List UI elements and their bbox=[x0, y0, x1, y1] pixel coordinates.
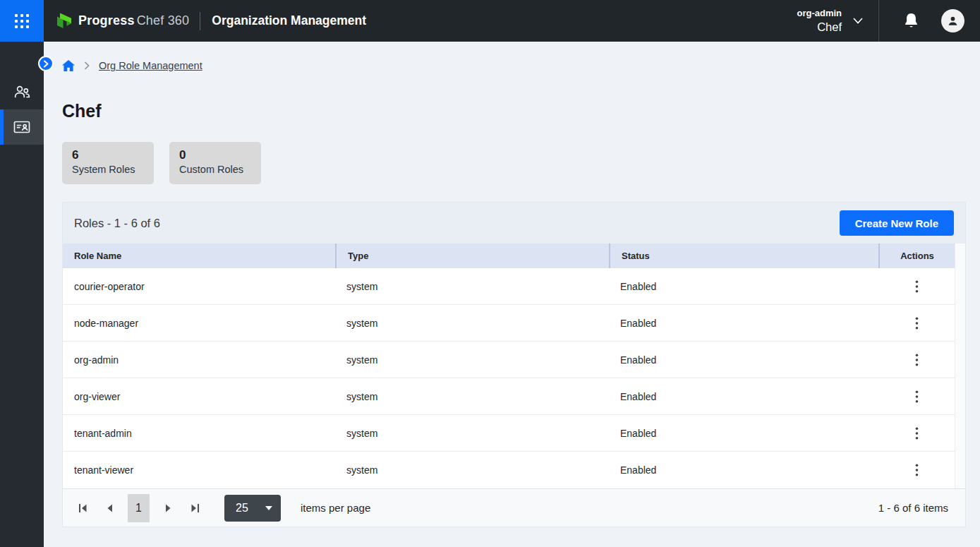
stat-label: System Roles bbox=[72, 164, 144, 175]
app-launcher-button[interactable] bbox=[0, 0, 44, 42]
sidebar-item-roles[interactable] bbox=[0, 109, 44, 145]
cell-status: Enabled bbox=[609, 281, 878, 292]
active-indicator bbox=[0, 109, 4, 145]
brand-progress-text: Progress bbox=[78, 13, 135, 28]
last-page-button[interactable] bbox=[186, 500, 203, 517]
current-page-button[interactable]: 1 bbox=[128, 494, 150, 522]
last-page-icon bbox=[190, 503, 200, 513]
org-switcher[interactable]: org-admin Chef bbox=[797, 8, 863, 35]
org-name: Chef bbox=[797, 20, 842, 35]
breadcrumb-separator-icon bbox=[84, 61, 90, 70]
stat-card-custom-roles: 0 Custom Roles bbox=[169, 142, 261, 184]
column-header-actions: Actions bbox=[878, 244, 955, 268]
kebab-menu-icon bbox=[915, 280, 919, 293]
pagination-summary: 1 - 6 of 6 items bbox=[878, 502, 948, 514]
cell-status: Enabled bbox=[609, 318, 878, 329]
kebab-menu-icon bbox=[915, 464, 919, 476]
cell-status: Enabled bbox=[609, 464, 878, 476]
dropdown-caret-icon bbox=[265, 506, 272, 510]
main-content: Org Role Management Chef 6 System Roles … bbox=[44, 42, 980, 527]
cell-type: system bbox=[335, 464, 609, 476]
cell-role-name: org-admin bbox=[63, 354, 335, 366]
row-actions-menu-button[interactable] bbox=[908, 387, 926, 406]
first-page-button[interactable] bbox=[74, 500, 91, 517]
table-row: org-viewer system Enabled bbox=[63, 378, 955, 415]
pagination: 1 25 items per page bbox=[74, 494, 370, 522]
previous-page-icon bbox=[107, 504, 113, 512]
sidebar-expand-button[interactable] bbox=[38, 56, 54, 71]
cell-role-name: node-manager bbox=[63, 318, 335, 329]
bell-icon bbox=[903, 12, 919, 30]
cell-role-name: tenant-viewer bbox=[63, 464, 335, 476]
breadcrumb: Org Role Management bbox=[62, 42, 980, 73]
home-icon bbox=[62, 60, 75, 71]
roles-panel: Roles - 1 - 6 of 6 Create New Role Role … bbox=[62, 202, 966, 527]
topbar-section-divider bbox=[878, 0, 879, 42]
cell-status: Enabled bbox=[609, 391, 878, 402]
cell-type: system bbox=[335, 354, 609, 366]
stat-label: Custom Roles bbox=[179, 164, 251, 175]
previous-page-button[interactable] bbox=[101, 500, 118, 517]
cell-status: Enabled bbox=[609, 354, 878, 366]
stats-row: 6 System Roles 0 Custom Roles bbox=[62, 142, 980, 184]
cell-role-name: courier-operator bbox=[63, 281, 335, 292]
row-actions-menu-button[interactable] bbox=[908, 314, 926, 332]
table-header-row: Role Name Type Status Actions bbox=[63, 244, 955, 268]
next-page-button[interactable] bbox=[159, 500, 176, 517]
table-row: org-admin system Enabled bbox=[63, 342, 955, 378]
column-header-status: Status bbox=[609, 244, 878, 268]
brand-logo: Progress Chef 360 bbox=[56, 12, 189, 30]
table-row: tenant-viewer system Enabled bbox=[63, 452, 955, 488]
column-header-role-name: Role Name bbox=[63, 244, 335, 268]
panel-title: Roles - 1 - 6 of 6 bbox=[74, 217, 160, 230]
scrollbar-track bbox=[955, 244, 965, 488]
brand-chef360-text: Chef 360 bbox=[137, 13, 190, 28]
topbar-divider bbox=[200, 12, 200, 30]
stat-card-system-roles: 6 System Roles bbox=[62, 142, 154, 184]
stat-value: 0 bbox=[179, 148, 251, 162]
chevron-down-icon bbox=[853, 18, 863, 24]
kebab-menu-icon bbox=[915, 427, 919, 440]
progress-chevron-icon bbox=[56, 12, 73, 30]
sidebar-item-users[interactable] bbox=[0, 74, 44, 109]
apps-grid-icon bbox=[15, 14, 29, 28]
left-sidebar bbox=[0, 42, 44, 547]
next-page-icon bbox=[165, 504, 171, 512]
cell-type: system bbox=[335, 318, 609, 329]
kebab-menu-icon bbox=[915, 317, 919, 330]
items-per-page-label: items per page bbox=[301, 502, 370, 514]
id-card-icon bbox=[13, 119, 31, 136]
user-role-label: org-admin bbox=[797, 8, 842, 20]
row-actions-menu-button[interactable] bbox=[908, 461, 926, 479]
row-actions-menu-button[interactable] bbox=[908, 424, 926, 443]
first-page-icon bbox=[78, 503, 87, 513]
breadcrumb-link-org-role-management[interactable]: Org Role Management bbox=[99, 60, 202, 71]
users-icon bbox=[12, 83, 32, 100]
app-title: Organization Management bbox=[212, 13, 366, 28]
row-actions-menu-button[interactable] bbox=[908, 277, 926, 296]
table-row: node-manager system Enabled bbox=[63, 305, 955, 342]
cell-role-name: tenant-admin bbox=[63, 428, 335, 439]
panel-header: Roles - 1 - 6 of 6 Create New Role bbox=[63, 203, 965, 244]
table-row: tenant-admin system Enabled bbox=[63, 415, 955, 452]
top-header: Progress Chef 360 Organization Managemen… bbox=[0, 0, 980, 42]
cell-role-name: org-viewer bbox=[63, 391, 335, 402]
stat-value: 6 bbox=[72, 148, 144, 162]
column-header-type: Type bbox=[335, 244, 609, 268]
cell-type: system bbox=[335, 428, 609, 439]
breadcrumb-home-button[interactable] bbox=[62, 60, 75, 71]
create-new-role-button[interactable]: Create New Role bbox=[840, 210, 954, 236]
row-actions-menu-button[interactable] bbox=[908, 351, 926, 369]
page-size-select[interactable]: 25 bbox=[224, 495, 281, 522]
page-size-value: 25 bbox=[236, 502, 248, 515]
kebab-menu-icon bbox=[915, 390, 919, 403]
avatar-person-icon bbox=[946, 14, 960, 28]
roles-table: Role Name Type Status Actions courier-op… bbox=[63, 244, 965, 488]
cell-type: system bbox=[335, 281, 609, 292]
notifications-button[interactable] bbox=[903, 12, 919, 30]
account-button[interactable] bbox=[941, 9, 964, 32]
table-footer: 1 25 items per page 1 - 6 of 6 items bbox=[63, 488, 965, 527]
cell-type: system bbox=[335, 391, 609, 402]
page-title: Chef bbox=[62, 101, 980, 121]
table-row: courier-operator system Enabled bbox=[63, 268, 955, 305]
